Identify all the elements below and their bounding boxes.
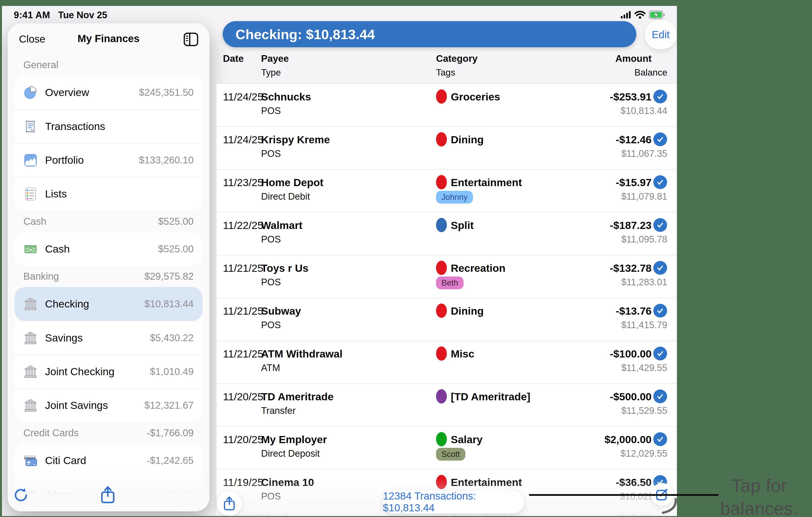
transaction-type: Direct Debit (261, 190, 310, 202)
account-group-card: Checking$10,813.44Savings$5,430.22Joint … (14, 287, 203, 422)
transaction-type: POS (261, 319, 281, 331)
sidebar-item-portfolio[interactable]: Portfolio$133,260.10 (14, 143, 203, 177)
transaction-category: Split (451, 218, 474, 232)
sidebar-item-overview[interactable]: Overview$245,351.50 (14, 76, 203, 109)
reconciled-check-icon[interactable] (653, 132, 667, 146)
sidebar-item-cash[interactable]: Cash$525.00 (14, 232, 203, 266)
sidebar-item-checking[interactable]: Checking$10,813.44 (14, 287, 203, 321)
col-header-amount: Amount (615, 53, 651, 64)
status-date: Tue Nov 25 (58, 10, 107, 21)
col-header-category: Category (436, 53, 477, 64)
transaction-balance: $12,029.55 (620, 447, 667, 460)
cash-icon (23, 242, 38, 256)
transaction-tag[interactable]: Johnny (436, 191, 473, 203)
transaction-row[interactable]: 11/21/25Toys r UsRecreation-$132.78POS$1… (216, 255, 677, 298)
sidebar-item-savings[interactable]: Savings$5,430.22 (14, 321, 203, 355)
transaction-category: Entertainment (451, 475, 522, 489)
credit-card-icon (23, 454, 38, 468)
transaction-category: Recreation (451, 261, 505, 275)
transaction-date: 11/20/25 (223, 390, 263, 404)
transaction-row[interactable]: 11/20/25My EmployerSalary$2,000.00Direct… (216, 426, 677, 469)
finance-app-window: 9:41 AM Tue Nov 25 Close My Finances Gen… (2, 6, 677, 516)
section-header-cash: Cash$525.00 (14, 214, 203, 228)
transaction-amount: -$15.97 (616, 175, 651, 189)
transaction-amount: -$12.46 (616, 133, 651, 146)
transaction-category: Groceries (451, 90, 500, 104)
category-color-dot (436, 432, 447, 446)
sidebar-toggle-icon[interactable] (183, 32, 199, 47)
reconciled-check-icon[interactable] (653, 304, 667, 318)
main-content: Checking: $10,813.44 Edit Date Payee Cat… (216, 6, 677, 516)
account-header-pill[interactable]: Checking: $10,813.44 (223, 21, 636, 47)
category-color-dot (436, 475, 447, 489)
transaction-amount: -$187.23 (610, 218, 651, 232)
reconciled-check-icon[interactable] (653, 347, 667, 360)
transaction-amount: -$13.76 (616, 304, 651, 318)
transaction-date: 11/21/25 (223, 304, 263, 318)
transaction-row[interactable]: 11/22/25WalmartSplit-$187.23POS$11,095.7… (216, 212, 677, 255)
annotation-text-line2: balances. (706, 498, 812, 517)
transaction-row[interactable]: 11/23/25Home DepotEntertainment-$15.97Di… (216, 169, 677, 212)
share-icon[interactable] (217, 491, 242, 516)
reconciled-check-icon[interactable] (653, 261, 667, 275)
status-time: 9:41 AM (14, 10, 50, 21)
sidebar: Close My Finances GeneralOverview$245,35… (8, 23, 209, 511)
account-group-card: Cash$525.00 (14, 232, 203, 266)
transaction-tag[interactable]: Beth (436, 276, 464, 289)
transaction-balance: $10,029 (620, 490, 654, 502)
transaction-tag[interactable]: Scott (436, 448, 465, 461)
transaction-type: POS (261, 233, 281, 245)
sidebar-account-list: GeneralOverview$245,351.50TransactionsPo… (8, 55, 209, 511)
transaction-row[interactable]: 11/20/25TD Ameritrade[TD Ameritrade]-$50… (216, 383, 677, 426)
bank-icon (23, 398, 38, 413)
account-balance: -$1,242.65 (147, 455, 194, 466)
reconciled-check-icon[interactable] (653, 218, 667, 232)
portfolio-chart-icon (23, 153, 38, 167)
edit-button[interactable]: Edit (645, 20, 677, 49)
transaction-balance: $11,283.01 (621, 276, 667, 288)
reconciled-check-icon[interactable] (653, 175, 667, 189)
transaction-row[interactable]: 11/24/25SchnucksGroceries-$253.91POS$10,… (216, 83, 677, 126)
col-header-type: Type (261, 67, 281, 78)
sidebar-item-lists[interactable]: Lists (14, 177, 203, 211)
transaction-balance: $11,067.35 (621, 147, 667, 160)
reconciled-check-icon[interactable] (653, 432, 667, 446)
transaction-row[interactable]: 11/21/25SubwayDining-$13.76POS$11,415.79 (216, 298, 677, 341)
account-balance: $1,010.49 (150, 366, 194, 377)
transaction-type: POS (261, 147, 281, 160)
transaction-balance: $11,095.78 (621, 233, 667, 245)
transaction-amount: -$253.91 (610, 90, 651, 104)
transactions-summary-pill[interactable]: 12384 Transactions: $10,813.44 (383, 491, 524, 513)
transaction-category: Salary (451, 433, 483, 446)
transactions-summary-label: 12384 Transactions: $10,813.44 (383, 490, 524, 514)
sidebar-item-joint-savings[interactable]: Joint Savings$12,321.67 (14, 388, 203, 422)
account-label: Checking (45, 298, 89, 310)
transaction-date: 11/22/25 (223, 218, 263, 232)
account-header-label: Checking: $10,813.44 (223, 26, 375, 42)
transaction-amount: -$45.00 (616, 511, 651, 516)
refresh-icon[interactable] (13, 487, 29, 503)
transaction-balance: $11,429.55 (621, 362, 667, 374)
account-label: Portfolio (45, 154, 84, 166)
account-label: Transactions (45, 120, 105, 132)
share-icon[interactable] (100, 486, 116, 504)
category-color-dot (436, 261, 447, 275)
transaction-row[interactable]: 11/24/25Krispy KremeDining-$12.46POS$11,… (216, 126, 677, 169)
reconciled-check-icon[interactable] (653, 389, 667, 403)
sidebar-item-transactions[interactable]: Transactions (14, 109, 203, 143)
sidebar-item-joint-checking[interactable]: Joint Checking$1,010.49 (14, 355, 203, 388)
category-color-dot (436, 218, 447, 232)
transaction-amount: -$100.00 (610, 347, 651, 361)
transaction-date: 11/24/25 (223, 90, 263, 104)
reconciled-check-icon[interactable] (653, 90, 667, 103)
transaction-row[interactable]: 11/21/25ATM WithdrawalMisc-$100.00ATM$11… (216, 341, 677, 383)
transaction-type: POS (261, 490, 281, 502)
bank-icon (23, 297, 38, 311)
account-label: Citi Card (45, 455, 86, 466)
transaction-payee: Mobil (261, 511, 289, 516)
transaction-payee: Home Depot (261, 175, 323, 189)
transaction-category: Dining (451, 133, 484, 146)
annotation-text-line1: Tap for (706, 475, 812, 496)
transaction-date: 11/19/25 (223, 475, 263, 489)
account-group-card: Overview$245,351.50TransactionsPortfolio… (14, 76, 203, 211)
